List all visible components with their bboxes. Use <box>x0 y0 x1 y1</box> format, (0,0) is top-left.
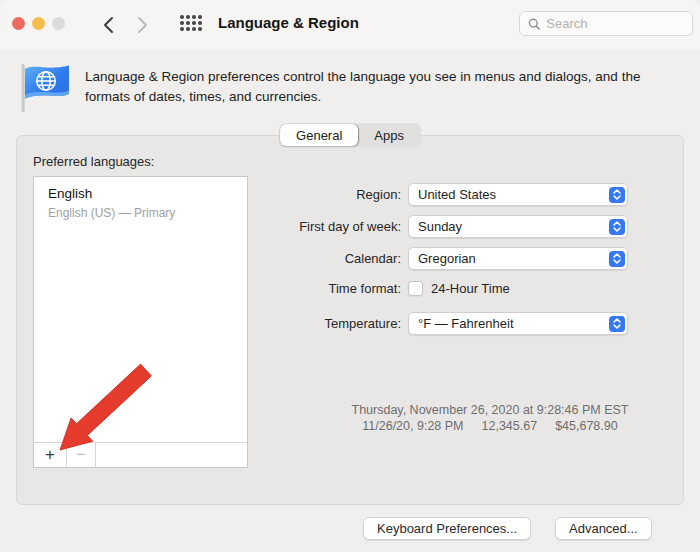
region-popup[interactable]: United States <box>408 183 628 206</box>
search-input[interactable] <box>546 16 684 31</box>
24-hour-time-checkbox-label: 24-Hour Time <box>431 281 510 296</box>
first-day-of-week-value: Sunday <box>409 219 462 234</box>
first-day-of-week-row: First day of week: Sunday <box>260 215 640 238</box>
tab-apps[interactable]: Apps <box>358 124 420 146</box>
calendar-label: Calendar: <box>260 251 408 266</box>
preview-currency: $45,678.90 <box>555 418 618 434</box>
calendar-value: Gregorian <box>409 251 476 266</box>
preferred-languages-list[interactable]: English English (US) — Primary + − <box>33 176 248 468</box>
region-value: United States <box>409 187 496 202</box>
window-title: Language & Region <box>218 14 359 31</box>
chevron-up-down-icon <box>609 251 625 267</box>
forward-button[interactable] <box>130 13 154 37</box>
minus-icon: − <box>76 445 86 465</box>
remove-language-button[interactable]: − <box>67 443 96 467</box>
region-label: Region: <box>260 187 408 202</box>
preferred-languages-label: Preferred languages: <box>33 154 154 169</box>
tab-general[interactable]: General <box>280 124 358 146</box>
search-field[interactable] <box>519 11 693 36</box>
format-preview: Thursday, November 26, 2020 at 9:28:46 P… <box>295 402 685 434</box>
add-language-button[interactable]: + <box>34 443 67 467</box>
keyboard-preferences-button[interactable]: Keyboard Preferences... <box>363 517 531 540</box>
minimize-window-button[interactable] <box>32 17 45 30</box>
close-window-button[interactable] <box>12 17 25 30</box>
preview-number: 12,345.67 <box>482 418 538 434</box>
preview-short-formats: 11/26/20, 9:28 PM12,345.67$45,678.90 <box>295 418 685 434</box>
tab-bar: General Apps <box>279 123 421 147</box>
calendar-row: Calendar: Gregorian <box>260 247 640 270</box>
toolbar: Language & Region <box>0 0 700 50</box>
region-row: Region: United States <box>260 183 640 206</box>
list-footer: + − <box>34 442 247 467</box>
back-button[interactable] <box>96 13 120 37</box>
advanced-button[interactable]: Advanced... <box>555 517 652 540</box>
preview-short-datetime: 11/26/20, 9:28 PM <box>362 418 463 434</box>
time-format-row: Time format: 24-Hour Time <box>260 281 640 296</box>
chevron-up-down-icon <box>609 316 625 332</box>
zoom-window-button <box>52 17 65 30</box>
language-detail: English (US) — Primary <box>48 206 233 220</box>
temperature-row: Temperature: °F — Fahrenheit <box>260 312 640 335</box>
first-day-of-week-label: First day of week: <box>260 219 408 234</box>
show-all-preferences-grid-icon[interactable] <box>180 15 202 31</box>
24-hour-time-checkbox[interactable] <box>408 281 423 296</box>
chevron-up-down-icon <box>609 219 625 235</box>
temperature-label: Temperature: <box>260 316 408 331</box>
chevron-up-down-icon <box>609 187 625 203</box>
language-region-flag-icon <box>18 61 70 119</box>
temperature-popup[interactable]: °F — Fahrenheit <box>408 312 628 335</box>
language-name: English <box>48 186 233 201</box>
chevron-left-icon <box>103 16 114 34</box>
preview-long-date: Thursday, November 26, 2020 at 9:28:46 P… <box>295 402 685 418</box>
chevron-right-icon <box>137 16 148 34</box>
time-format-label: Time format: <box>260 281 408 296</box>
temperature-value: °F — Fahrenheit <box>409 316 514 331</box>
search-icon <box>528 17 540 31</box>
plus-icon: + <box>45 445 55 465</box>
list-item-english[interactable]: English English (US) — Primary <box>34 177 247 220</box>
calendar-popup[interactable]: Gregorian <box>408 247 628 270</box>
first-day-of-week-popup[interactable]: Sunday <box>408 215 628 238</box>
preferences-description: Language & Region preferences control th… <box>85 67 680 106</box>
